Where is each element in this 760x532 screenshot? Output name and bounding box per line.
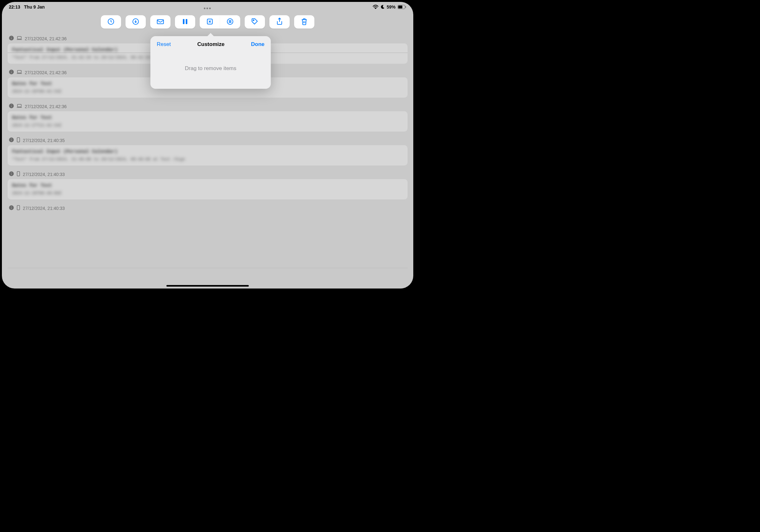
share-button[interactable] [269, 15, 290, 28]
entry-title: Fantastical Input (Personal Calendar) [12, 149, 403, 154]
popover-hint: Drag to remove items [151, 53, 271, 89]
svg-rect-13 [11, 38, 12, 39]
entry-body: "Test" from 27/12/2024, 21:40:00 to 28/1… [12, 157, 403, 162]
svg-rect-33 [11, 207, 12, 209]
multitask-dots[interactable]: ••• [204, 5, 212, 12]
entry-body: 2024-12-27T21:42:34Z [12, 123, 403, 128]
svg-rect-19 [18, 71, 21, 73]
info-icon [9, 35, 14, 41]
svg-point-34 [11, 206, 12, 207]
svg-rect-23 [18, 104, 21, 107]
entry-meta: 27/12/2024, 21:42:36 [8, 100, 407, 111]
x-square-icon [206, 18, 214, 26]
pause-icon [182, 19, 188, 26]
download-button[interactable] [125, 15, 146, 28]
entry-meta: 27/12/2024, 21:40:33 [8, 201, 407, 213]
mail-button[interactable] [150, 15, 170, 28]
tag-icon [251, 18, 259, 26]
entry-body: 2024-12-28T00:42:34Z [12, 89, 403, 94]
entry-meta: 27/12/2024, 21:40:35 [8, 133, 407, 145]
envelope-icon [156, 18, 165, 26]
svg-point-26 [11, 138, 12, 139]
battery-percentage: 59% [387, 4, 396, 10]
info-icon [9, 205, 14, 211]
entry-timestamp: 27/12/2024, 21:42:36 [25, 70, 67, 75]
svg-rect-15 [18, 36, 21, 39]
entry-body: 2024-12-28T00:40:00Z [12, 191, 403, 196]
svg-rect-3 [405, 6, 406, 8]
cancel-box-button[interactable] [200, 15, 220, 28]
list-circle-button[interactable] [220, 15, 240, 28]
toolbar-group-actions [200, 15, 240, 28]
info-icon [9, 103, 14, 109]
svg-point-30 [11, 172, 12, 173]
done-button[interactable]: Done [251, 41, 264, 48]
entry-card[interactable]: Dates for Test 2024-12-28T00:40:00Z [8, 179, 407, 199]
svg-rect-27 [17, 138, 20, 142]
status-time: 22:13 [9, 4, 20, 10]
entry-title: Dates for Test [12, 183, 403, 188]
info-icon [9, 171, 14, 177]
bottom-divider [8, 268, 407, 268]
battery-icon [398, 5, 406, 9]
entry-timestamp: 27/12/2024, 21:40:33 [23, 206, 65, 211]
laptop-icon [17, 70, 22, 75]
svg-rect-31 [17, 171, 20, 176]
toolbar [2, 12, 413, 32]
reset-button[interactable]: Reset [157, 41, 171, 48]
customize-popover: Reset Customize Done Drag to remove item… [151, 36, 271, 89]
download-circle-icon [132, 18, 139, 26]
trash-button[interactable] [294, 15, 314, 28]
entry-timestamp: 27/12/2024, 21:40:33 [23, 172, 65, 177]
home-indicator[interactable] [166, 285, 249, 287]
entry-meta: 27/12/2024, 21:40:33 [8, 168, 407, 179]
phone-icon [17, 171, 20, 177]
do-not-disturb-icon [380, 5, 385, 9]
pause-button[interactable] [175, 15, 195, 28]
entry-title: Dates for Test [12, 115, 403, 121]
entry-card[interactable]: Fantastical Input (Personal Calendar) "T… [8, 145, 407, 166]
device-frame: 22:13 Thu 9 Jan ••• 59% [2, 2, 413, 288]
tag-button[interactable] [245, 15, 265, 28]
svg-point-14 [11, 36, 12, 37]
share-icon [276, 18, 283, 26]
entry-timestamp: 27/12/2024, 21:42:36 [25, 36, 67, 41]
laptop-icon [17, 104, 22, 109]
svg-rect-2 [399, 6, 403, 9]
clock-icon [107, 18, 115, 26]
trash-icon [301, 18, 308, 26]
svg-point-22 [11, 104, 12, 105]
svg-rect-17 [11, 72, 12, 73]
svg-rect-21 [11, 106, 12, 107]
svg-rect-29 [11, 173, 12, 175]
info-icon [9, 137, 14, 143]
svg-rect-35 [17, 206, 20, 210]
status-bar: 22:13 Thu 9 Jan ••• 59% [2, 2, 413, 11]
svg-rect-7 [183, 19, 184, 24]
svg-point-0 [375, 8, 376, 9]
list-circle-icon [226, 18, 234, 26]
status-date: Thu 9 Jan [24, 4, 45, 10]
svg-point-18 [11, 71, 12, 71]
svg-rect-25 [11, 139, 12, 141]
laptop-icon [17, 36, 22, 41]
svg-point-11 [253, 20, 254, 21]
entry-card[interactable]: Dates for Test 2024-12-27T21:42:34Z [8, 111, 407, 131]
svg-rect-8 [186, 19, 187, 24]
phone-icon [17, 205, 20, 211]
wifi-icon [373, 5, 378, 9]
clock-button[interactable] [101, 15, 121, 28]
info-icon [9, 70, 14, 75]
popover-title: Customize [197, 41, 224, 48]
phone-icon [17, 137, 20, 143]
entry-timestamp: 27/12/2024, 21:40:35 [23, 138, 65, 143]
svg-rect-6 [157, 20, 164, 24]
entry-timestamp: 27/12/2024, 21:42:36 [25, 104, 67, 109]
